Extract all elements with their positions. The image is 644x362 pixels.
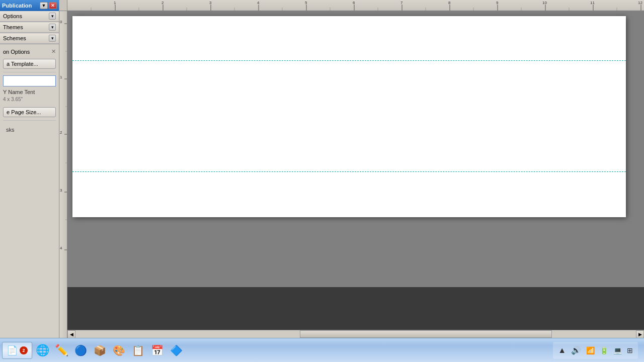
page-section-middle — [72, 61, 626, 171]
app6-icon: 🔷 — [170, 344, 183, 356]
taskbar-active-app[interactable]: 📄 2 — [2, 342, 32, 359]
taskbar-icon-app6[interactable]: 🔷 — [167, 341, 185, 359]
taskbar-icon-7zip[interactable]: 📦 — [91, 341, 109, 359]
svg-text:1: 1 — [60, 75, 62, 79]
svg-text:1: 1 — [114, 1, 116, 5]
svg-text:4: 4 — [60, 246, 62, 250]
globe-icon: 🌐 — [36, 344, 49, 357]
schemes-section: Schemes ▾ — [0, 33, 59, 44]
svg-text:3: 3 — [209, 1, 212, 5]
themes-section: Themes ▾ — [0, 22, 59, 33]
doc-area: 0 1 2 3 4 — [59, 11, 644, 338]
left-panel: Publication ▼ ✕ Options ▾ Themes ▾ Schem… — [0, 0, 59, 338]
ruler-top: 1 2 3 4 5 6 7 8 9 — [59, 0, 644, 11]
svg-text:10: 10 — [542, 1, 547, 5]
ruler-v-svg: 0 1 2 3 4 — [59, 11, 67, 338]
options-collapse-btn[interactable]: ▾ — [49, 13, 56, 20]
minimize-button[interactable]: ▼ — [40, 2, 48, 9]
svg-text:2: 2 — [162, 1, 164, 5]
template-button[interactable]: a Template... — [3, 59, 56, 69]
tray-battery-icon[interactable]: 🔋 — [599, 346, 609, 354]
active-app-badge: 2 — [20, 346, 28, 354]
page-section-bottom — [72, 172, 626, 217]
chrome-icon: 🔵 — [74, 344, 87, 356]
tasks-section: sks — [3, 124, 56, 136]
template-info: Y Name Tent 4 x 3.65" — [3, 88, 56, 103]
creation-options-title: on Options ✕ — [3, 48, 56, 55]
taskbar-icon-chrome[interactable]: 🔵 — [71, 341, 90, 359]
tray-monitor-icon[interactable]: 💻 — [612, 346, 623, 354]
taskbar-icon-pen[interactable]: ✏️ — [52, 341, 70, 359]
window-title-bar: Publication ▼ ✕ — [0, 0, 59, 11]
themes-header[interactable]: Themes ▾ — [0, 22, 59, 33]
schemes-label: Schemes — [3, 35, 26, 41]
taskbar-icon-globe[interactable]: 🌐 — [33, 341, 51, 359]
app-container: Publication ▼ ✕ Options ▾ Themes ▾ Schem… — [0, 0, 644, 338]
tasks-label: sks — [6, 127, 15, 133]
svg-text:12: 12 — [638, 1, 642, 5]
svg-text:4: 4 — [257, 1, 260, 5]
svg-text:6: 6 — [353, 1, 355, 5]
scrollbar-track[interactable] — [75, 330, 636, 338]
7zip-icon: 📦 — [94, 344, 106, 356]
close-button[interactable]: ✕ — [49, 2, 57, 9]
pen-icon: ✏️ — [55, 344, 68, 357]
options-section: Options ▾ — [0, 11, 59, 22]
page-size-button[interactable]: e Page Size... — [3, 107, 56, 117]
svg-text:7: 7 — [400, 1, 403, 5]
taskbar-icon-photoshop[interactable]: 🎨 — [110, 341, 128, 359]
svg-text:2: 2 — [60, 130, 62, 135]
publisher-icon: 📋 — [132, 344, 144, 356]
taskbar-left: 📄 2 🌐 ✏️ 🔵 📦 🎨 📋 📅 🔷 — [2, 341, 553, 359]
canvas-dark-strip — [67, 287, 644, 330]
tray-network-icon[interactable]: 📶 — [585, 346, 596, 354]
template-input[interactable] — [3, 75, 56, 86]
doc-canvas[interactable]: ◀ ▶ — [67, 11, 644, 338]
svg-text:9: 9 — [496, 1, 499, 5]
page-section-top — [72, 16, 626, 60]
divider-2 — [3, 120, 56, 121]
system-tray: ▲ 🔊 📶 🔋 💻 ⊞ — [553, 342, 638, 359]
ruler-horizontal: 1 2 3 4 5 6 7 8 9 — [67, 0, 644, 11]
calendar-icon: 📅 — [151, 344, 164, 356]
options-header[interactable]: Options ▾ — [0, 11, 59, 22]
divider-1 — [3, 72, 56, 72]
options-label: Options — [3, 13, 22, 19]
svg-text:11: 11 — [590, 1, 595, 5]
svg-text:3: 3 — [60, 188, 62, 193]
tray-volume-icon[interactable]: 🔊 — [570, 345, 582, 355]
schemes-collapse-btn[interactable]: ▾ — [49, 35, 56, 42]
creation-options-label: on Options — [3, 49, 30, 55]
photoshop-icon: 🎨 — [113, 344, 125, 356]
scrollbar-left-btn[interactable]: ◀ — [67, 330, 75, 338]
ruler-h-svg: 1 2 3 4 5 6 7 8 9 — [67, 0, 644, 11]
svg-text:5: 5 — [305, 1, 307, 5]
h-scrollbar[interactable]: ◀ ▶ — [67, 330, 644, 338]
taskbar-icon-calendar[interactable]: 📅 — [148, 341, 166, 359]
themes-label: Themes — [3, 24, 23, 30]
window-title: Publication — [2, 3, 32, 9]
creation-options-panel: on Options ✕ a Template... Y Name Tent 4… — [0, 44, 59, 140]
active-app-icon: 📄 — [7, 345, 18, 356]
scrollbar-right-btn[interactable]: ▶ — [636, 330, 644, 338]
template-size: 4 x 3.65" — [3, 96, 56, 103]
taskbar-icon-publisher[interactable]: 📋 — [129, 341, 147, 359]
themes-collapse-btn[interactable]: ▾ — [49, 24, 56, 31]
taskbar-right: ▲ 🔊 📶 🔋 💻 ⊞ — [553, 342, 642, 359]
canvas-area: 1 2 3 4 5 6 7 8 9 — [59, 0, 644, 338]
tray-extra-icon[interactable]: ⊞ — [626, 346, 634, 354]
schemes-header[interactable]: Schemes ▾ — [0, 33, 59, 44]
tray-arrow-icon[interactable]: ▲ — [557, 346, 567, 355]
template-name: Y Name Tent — [3, 88, 56, 96]
page-white — [72, 16, 626, 217]
title-bar-controls: ▼ ✕ — [40, 2, 57, 9]
ruler-corner — [59, 0, 67, 11]
creation-options-close[interactable]: ✕ — [51, 48, 56, 55]
svg-text:0: 0 — [60, 20, 62, 24]
taskbar: 📄 2 🌐 ✏️ 🔵 📦 🎨 📋 📅 🔷 — [0, 338, 644, 362]
scrollbar-thumb[interactable] — [300, 330, 552, 338]
ruler-vertical: 0 1 2 3 4 — [59, 11, 67, 338]
svg-text:8: 8 — [448, 1, 451, 5]
